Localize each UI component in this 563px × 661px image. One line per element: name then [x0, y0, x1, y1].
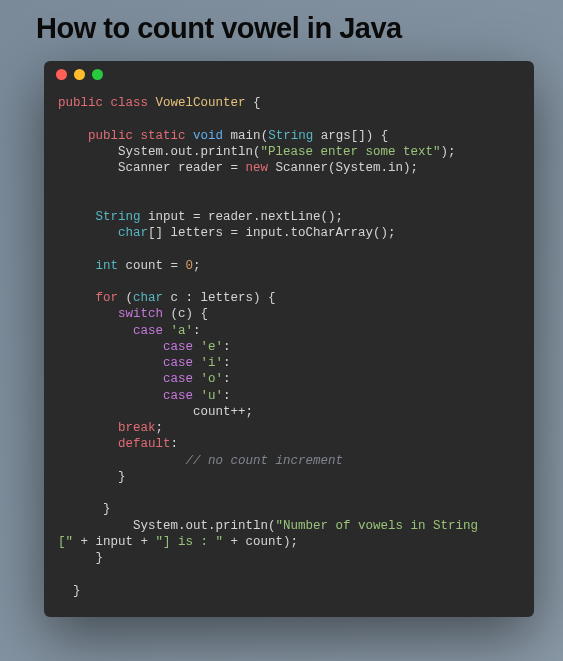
keyword-class: class: [111, 96, 149, 110]
brace-close: }: [103, 502, 111, 516]
string-literal: "] is : ": [156, 535, 224, 549]
keyword-public: public: [88, 129, 133, 143]
close-icon[interactable]: [56, 69, 67, 80]
char-literal-u: 'u': [201, 389, 224, 403]
char-literal-a: 'a': [171, 324, 194, 338]
concat-input: + input +: [73, 535, 156, 549]
keyword-case: case: [163, 389, 193, 403]
keyword-new: new: [246, 161, 269, 175]
keyword-case: case: [163, 372, 193, 386]
args-decl: args[]) {: [321, 129, 389, 143]
stmt-scanner-decl: Scanner reader =: [118, 161, 246, 175]
char-literal-e: 'e': [201, 340, 224, 354]
stmt-letters-decl: [] letters = input.toCharArray();: [148, 226, 396, 240]
colon: :: [171, 437, 179, 451]
string-literal: "Number of vowels in String: [276, 519, 486, 533]
number-literal: 0: [186, 259, 194, 273]
switch-open: (c) {: [163, 307, 208, 321]
stmt-input-decl: input = reader.nextLine();: [141, 210, 344, 224]
minimize-icon[interactable]: [74, 69, 85, 80]
keyword-switch: switch: [118, 307, 163, 321]
stmt-println: System.out.println(: [118, 145, 261, 159]
keyword-case: case: [163, 356, 193, 370]
keyword-static: static: [141, 129, 186, 143]
type-string: String: [268, 129, 313, 143]
colon: :: [223, 356, 231, 370]
type-char: char: [118, 226, 148, 240]
stmt-println2: System.out.println(: [133, 519, 276, 533]
keyword-case: case: [163, 340, 193, 354]
semicolon: ;: [156, 421, 164, 435]
stmt-end: );: [441, 145, 456, 159]
semicolon: ;: [193, 259, 201, 273]
stmt-count-decl: count =: [118, 259, 186, 273]
code-block: public class VowelCounter { public stati…: [44, 87, 534, 617]
class-name: VowelCounter: [156, 96, 246, 110]
colon: :: [223, 372, 231, 386]
char-literal-o: 'o': [201, 372, 224, 386]
keyword-case: case: [133, 324, 163, 338]
keyword-public: public: [58, 96, 103, 110]
stmt-count-inc: count++;: [193, 405, 253, 419]
brace-close: }: [96, 551, 104, 565]
string-literal: "Please enter some text": [261, 145, 441, 159]
char-literal-i: 'i': [201, 356, 224, 370]
colon: :: [193, 324, 201, 338]
keyword-break: break: [118, 421, 156, 435]
brace-close: }: [118, 470, 126, 484]
type-string: String: [96, 210, 141, 224]
keyword-void: void: [193, 129, 223, 143]
code-window: public class VowelCounter { public stati…: [44, 61, 534, 617]
stmt-scanner-ctor: Scanner(System.in);: [268, 161, 418, 175]
type-char: char: [133, 291, 163, 305]
keyword-for: for: [96, 291, 119, 305]
colon: :: [223, 389, 231, 403]
for-var: c : letters) {: [163, 291, 276, 305]
page-title: How to count vowel in Java: [0, 0, 563, 53]
string-literal: [": [58, 535, 73, 549]
brace-close: }: [73, 584, 81, 598]
maximize-icon[interactable]: [92, 69, 103, 80]
method-main: main: [231, 129, 261, 143]
concat-count: + count);: [223, 535, 298, 549]
colon: :: [223, 340, 231, 354]
comment: // no count increment: [186, 454, 344, 468]
keyword-default: default: [118, 437, 171, 451]
for-open: (: [118, 291, 133, 305]
window-titlebar: [44, 61, 534, 87]
type-int: int: [96, 259, 119, 273]
